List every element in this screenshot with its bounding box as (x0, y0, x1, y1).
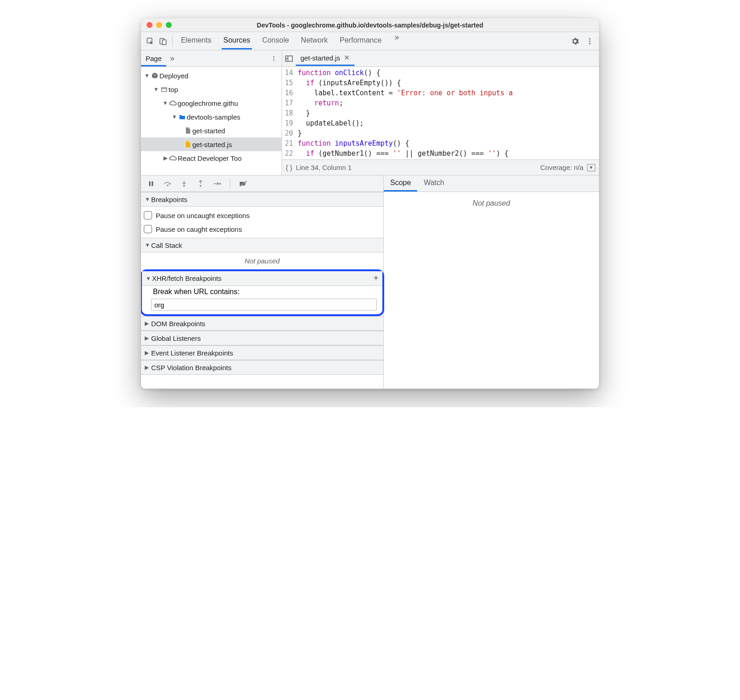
close-window-icon[interactable] (147, 22, 152, 28)
coverage-label: Coverage: n/a (540, 164, 583, 171)
svg-rect-14 (152, 181, 153, 186)
section-breakpoints[interactable]: ▼Breakpoints (141, 192, 383, 207)
debug-controls: ▼Breakpoints Pause on uncaught exception… (141, 175, 384, 388)
section-dom[interactable]: ▶DOM Breakpoints (141, 316, 383, 331)
pause-caught-row[interactable]: Pause on caught exceptions (144, 222, 381, 236)
xhr-url-label: Break when URL contains: (142, 286, 382, 298)
editor-statusbar: { } Line 34, Column 1 Coverage: n/a ▼ (282, 159, 599, 175)
editor-tab-label: get-started.js (300, 54, 340, 62)
step-over-icon[interactable] (161, 177, 174, 190)
zoom-window-icon[interactable] (166, 22, 172, 28)
window-title: DevTools - googlechrome.github.io/devtoo… (141, 22, 599, 29)
minimize-window-icon[interactable] (156, 22, 162, 28)
divider (230, 179, 230, 189)
callstack-not-paused: Not paused (144, 254, 381, 268)
svg-point-5 (589, 43, 591, 44)
pause-uncaught-row[interactable]: Pause on uncaught exceptions (144, 208, 381, 222)
tree-deployed[interactable]: ▼ Deployed (141, 69, 282, 82)
tree-react-ext[interactable]: ▶ React Developer Too (141, 151, 282, 165)
file-tree: ▼ Deployed ▼ top ▼ googlechrome.githu ▼ (141, 67, 282, 167)
svg-rect-11 (286, 56, 293, 61)
tree-file-html[interactable]: get-started (141, 124, 282, 137)
tab-network[interactable]: Network (299, 33, 330, 49)
editor-nav-icon[interactable] (282, 55, 296, 62)
tree-label: React Developer Too (178, 154, 242, 162)
tree-file-js[interactable]: get-started.js (141, 137, 282, 151)
section-callstack[interactable]: ▼Call Stack (141, 238, 383, 252)
close-tab-icon[interactable]: ✕ (344, 54, 350, 62)
svg-point-8 (273, 60, 274, 60)
panel-tabs: Elements Sources Console Network Perform… (179, 33, 569, 49)
svg-point-19 (200, 185, 201, 186)
tab-elements[interactable]: Elements (179, 33, 213, 49)
section-global[interactable]: ▶Global Listeners (141, 331, 383, 345)
svg-rect-9 (161, 88, 166, 92)
nav-kebab-icon[interactable] (266, 55, 282, 62)
titlebar: DevTools - googlechrome.github.io/devtoo… (141, 18, 599, 32)
tree-label: Deployed (159, 72, 188, 80)
section-csp[interactable]: ▶CSP Violation Breakpoints (141, 360, 383, 375)
svg-point-21 (219, 183, 220, 184)
svg-rect-13 (149, 181, 151, 186)
tab-watch[interactable]: Watch (417, 175, 451, 191)
tree-label: devtools-samples (187, 113, 240, 121)
svg-point-3 (589, 38, 591, 39)
deactivate-breakpoints-icon[interactable] (237, 177, 250, 190)
svg-point-7 (273, 58, 274, 59)
editor-tab[interactable]: get-started.js ✕ (296, 51, 354, 66)
tab-performance[interactable]: Performance (338, 33, 384, 49)
scope-not-paused: Not paused (384, 192, 599, 210)
frame-icon (159, 86, 169, 93)
cloud-icon (169, 100, 178, 106)
devtools-window: DevTools - googlechrome.github.io/devtoo… (141, 18, 599, 389)
cloud-icon (169, 155, 178, 161)
svg-point-6 (273, 56, 274, 57)
gear-icon[interactable] (569, 35, 582, 48)
tree-label: googlechrome.githu (178, 99, 238, 107)
editor: get-started.js ✕ 141516171819202122 func… (282, 50, 599, 175)
cube-icon (150, 72, 159, 79)
code-editor[interactable]: 141516171819202122 function onClick() { … (282, 67, 599, 159)
nav-more-icon[interactable]: » (166, 54, 178, 63)
section-xhr[interactable]: ▼XHR/fetch Breakpoints + (142, 271, 382, 286)
tree-top[interactable]: ▼ top (141, 82, 282, 96)
sources-panel: Page » ▼ Deployed ▼ top ▼ (141, 50, 599, 175)
dropdown-icon[interactable]: ▼ (587, 164, 595, 171)
tree-folder[interactable]: ▼ devtools-samples (141, 110, 282, 124)
svg-point-15 (167, 185, 168, 186)
xhr-url-input[interactable] (151, 299, 377, 311)
code-lines: function onClick() { if (inputsAreEmpty(… (298, 67, 599, 159)
svg-rect-2 (163, 40, 166, 45)
section-event-listeners[interactable]: ▶Event Listener Breakpoints (141, 345, 383, 360)
checkbox-icon[interactable] (144, 225, 152, 233)
tab-console[interactable]: Console (260, 33, 291, 49)
step-out-icon[interactable] (194, 177, 207, 190)
svg-point-17 (184, 185, 185, 186)
more-tabs-icon[interactable]: » (392, 33, 402, 49)
folder-icon (178, 114, 187, 120)
xhr-highlight: ▼XHR/fetch Breakpoints + Break when URL … (141, 269, 384, 316)
step-icon[interactable] (211, 177, 223, 190)
window-controls (147, 22, 172, 28)
nav-tab-page[interactable]: Page (141, 51, 166, 66)
tree-label: get-started.js (192, 141, 232, 148)
braces-icon[interactable]: { } (286, 164, 292, 171)
tree-origin[interactable]: ▼ googlechrome.githu (141, 96, 282, 110)
inspect-icon[interactable] (144, 35, 157, 48)
main-toolbar: Elements Sources Console Network Perform… (141, 32, 599, 50)
tab-sources[interactable]: Sources (222, 33, 252, 49)
navigator: Page » ▼ Deployed ▼ top ▼ (141, 50, 282, 175)
tree-label: get-started (192, 127, 225, 135)
document-icon (183, 127, 192, 134)
step-into-icon[interactable] (178, 177, 190, 190)
add-xhr-breakpoint-icon[interactable]: + (373, 273, 379, 284)
cursor-position: Line 34, Column 1 (296, 164, 352, 171)
checkbox-icon[interactable] (144, 211, 152, 219)
tab-scope[interactable]: Scope (384, 175, 417, 191)
device-toggle-icon[interactable] (157, 35, 169, 48)
scope-pane: Scope Watch Not paused (384, 175, 599, 388)
divider (172, 36, 173, 46)
debugger-pane: ▼Breakpoints Pause on uncaught exception… (141, 175, 599, 389)
kebab-menu-icon[interactable] (583, 35, 596, 48)
pause-icon[interactable] (145, 177, 158, 190)
